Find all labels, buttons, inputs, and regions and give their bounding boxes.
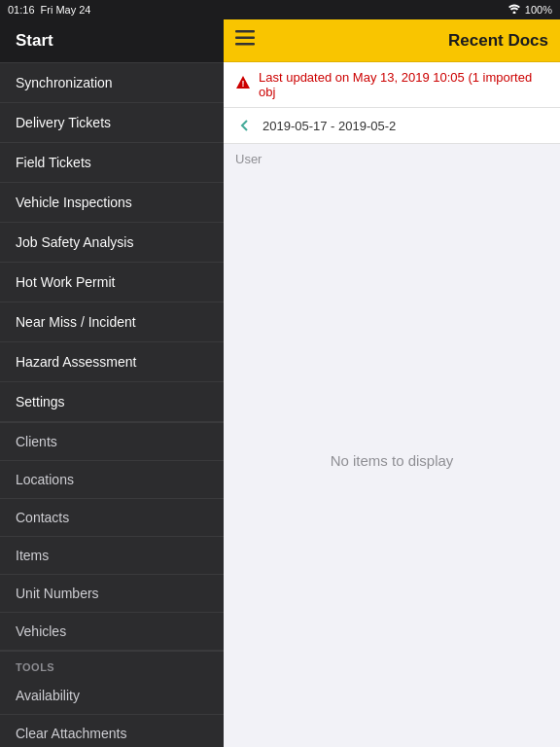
date-range-text: 2019-05-17 - 2019-05-2 bbox=[262, 119, 396, 133]
arrow-left-icon bbox=[235, 116, 255, 135]
battery-text: 100% bbox=[525, 4, 552, 16]
sidebar-tools-section: TOOLS Availability Clear Attachments bbox=[0, 652, 224, 747]
main-header: Recent Docs bbox=[224, 19, 560, 62]
sidebar-item-label: Vehicle Inspections bbox=[16, 195, 132, 210]
sidebar-item-delivery-tickets[interactable]: Delivery Tickets bbox=[0, 103, 224, 143]
sidebar-item-label: Contacts bbox=[16, 510, 69, 525]
warning-icon: ! bbox=[235, 75, 251, 94]
status-time: 01:16 bbox=[8, 4, 35, 16]
status-bar: 01:16 Fri May 24 100% bbox=[0, 0, 560, 19]
sidebar-item-label: Availability bbox=[16, 688, 80, 703]
svg-point-0 bbox=[512, 12, 515, 15]
date-row: 2019-05-17 - 2019-05-2 bbox=[224, 108, 560, 144]
no-items-area: No items to display bbox=[224, 174, 560, 747]
sidebar-item-label: Synchronization bbox=[16, 75, 113, 90]
sidebar-item-label: Hazard Assessment bbox=[16, 354, 137, 370]
sidebar-item-label: Locations bbox=[16, 472, 74, 487]
app-container: Start Synchronization Delivery Tickets F… bbox=[0, 19, 560, 747]
main-content: Recent Docs ! Last updated on May 13, 20… bbox=[224, 19, 560, 747]
sidebar-item-clear-attachments[interactable]: Clear Attachments bbox=[0, 715, 224, 747]
sidebar-item-label: Hot Work Permit bbox=[16, 274, 115, 290]
user-label: User bbox=[224, 144, 560, 174]
sidebar-item-label: Job Safety Analysis bbox=[16, 234, 133, 250]
sidebar-item-label: Vehicles bbox=[16, 623, 66, 639]
sidebar-item-near-miss-incident[interactable]: Near Miss / Incident bbox=[0, 302, 224, 342]
sidebar-item-synchronization[interactable]: Synchronization bbox=[0, 63, 224, 103]
sidebar-item-field-tickets[interactable]: Field Tickets bbox=[0, 143, 224, 183]
tools-label: TOOLS bbox=[0, 652, 224, 677]
sidebar-item-locations[interactable]: Locations bbox=[0, 461, 224, 499]
main-title: Recent Docs bbox=[266, 31, 548, 51]
sidebar-item-hazard-assessment[interactable]: Hazard Assessment bbox=[0, 342, 224, 382]
wifi-icon bbox=[508, 4, 521, 16]
svg-rect-3 bbox=[235, 43, 255, 46]
sidebar-item-hot-work-permit[interactable]: Hot Work Permit bbox=[0, 263, 224, 302]
sidebar-item-label: Field Tickets bbox=[16, 155, 91, 170]
sidebar-item-availability[interactable]: Availability bbox=[0, 677, 224, 715]
hamburger-icon[interactable] bbox=[235, 30, 255, 51]
sidebar-item-label: Items bbox=[16, 548, 49, 563]
sidebar-item-unit-numbers[interactable]: Unit Numbers bbox=[0, 575, 224, 613]
sidebar-item-clients[interactable]: Clients bbox=[0, 423, 224, 461]
no-items-text: No items to display bbox=[331, 452, 454, 469]
sidebar-main-section: Synchronization Delivery Tickets Field T… bbox=[0, 63, 224, 423]
sidebar-item-label: Unit Numbers bbox=[16, 586, 99, 601]
svg-rect-1 bbox=[235, 30, 255, 33]
sidebar-item-label: Clients bbox=[16, 434, 57, 449]
sidebar-item-items[interactable]: Items bbox=[0, 537, 224, 575]
sidebar-secondary-section: Clients Locations Contacts Items Unit Nu… bbox=[0, 423, 224, 652]
sidebar-item-contacts[interactable]: Contacts bbox=[0, 499, 224, 537]
sidebar-item-label: Clear Attachments bbox=[16, 726, 126, 741]
sidebar-item-settings[interactable]: Settings bbox=[0, 382, 224, 422]
status-day: Fri May 24 bbox=[41, 4, 91, 16]
alert-text: Last updated on May 13, 2019 10:05 (1 im… bbox=[259, 70, 548, 99]
sidebar-item-job-safety-analysis[interactable]: Job Safety Analysis bbox=[0, 223, 224, 263]
svg-text:!: ! bbox=[242, 79, 245, 89]
alert-row: ! Last updated on May 13, 2019 10:05 (1 … bbox=[224, 62, 560, 108]
sidebar-item-vehicle-inspections[interactable]: Vehicle Inspections bbox=[0, 183, 224, 223]
svg-rect-2 bbox=[235, 37, 255, 40]
sidebar-item-label: Near Miss / Incident bbox=[16, 314, 136, 330]
sidebar-item-vehicles[interactable]: Vehicles bbox=[0, 613, 224, 651]
sidebar-header: Start bbox=[0, 19, 224, 63]
sidebar: Start Synchronization Delivery Tickets F… bbox=[0, 19, 224, 747]
sidebar-item-label: Settings bbox=[16, 394, 65, 409]
sidebar-item-label: Delivery Tickets bbox=[16, 115, 111, 130]
